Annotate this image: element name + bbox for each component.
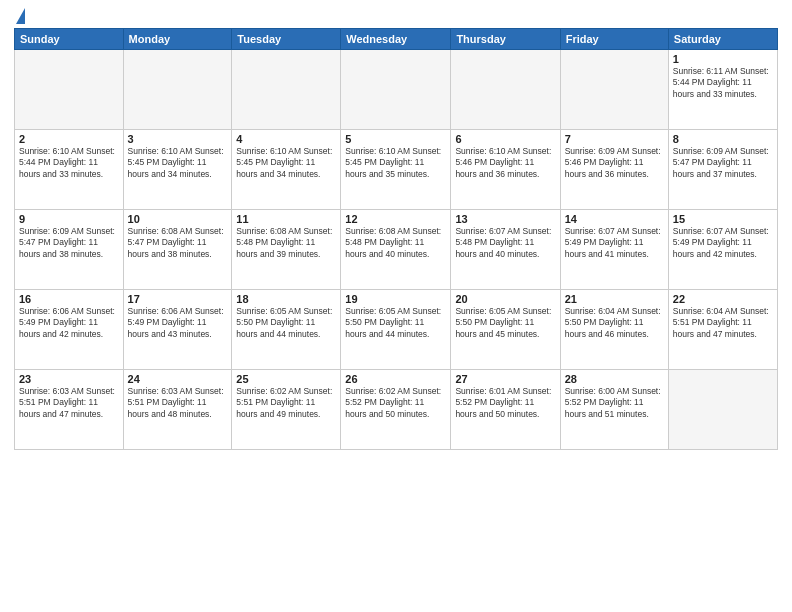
- day-number: 16: [19, 293, 119, 305]
- calendar-cell: [560, 50, 668, 130]
- calendar-cell: 17Sunrise: 6:06 AM Sunset: 5:49 PM Dayli…: [123, 290, 232, 370]
- calendar-cell: 26Sunrise: 6:02 AM Sunset: 5:52 PM Dayli…: [341, 370, 451, 450]
- day-number: 27: [455, 373, 555, 385]
- day-info: Sunrise: 6:03 AM Sunset: 5:51 PM Dayligh…: [128, 386, 228, 420]
- calendar-week-row: 23Sunrise: 6:03 AM Sunset: 5:51 PM Dayli…: [15, 370, 778, 450]
- calendar-cell: 9Sunrise: 6:09 AM Sunset: 5:47 PM Daylig…: [15, 210, 124, 290]
- day-number: 26: [345, 373, 446, 385]
- day-number: 22: [673, 293, 773, 305]
- day-info: Sunrise: 6:08 AM Sunset: 5:48 PM Dayligh…: [236, 226, 336, 260]
- page: SundayMondayTuesdayWednesdayThursdayFrid…: [0, 0, 792, 612]
- calendar-cell: 4Sunrise: 6:10 AM Sunset: 5:45 PM Daylig…: [232, 130, 341, 210]
- day-info: Sunrise: 6:05 AM Sunset: 5:50 PM Dayligh…: [345, 306, 446, 340]
- day-number: 28: [565, 373, 664, 385]
- weekday-header-thursday: Thursday: [451, 29, 560, 50]
- day-info: Sunrise: 6:08 AM Sunset: 5:48 PM Dayligh…: [345, 226, 446, 260]
- calendar-cell: 6Sunrise: 6:10 AM Sunset: 5:46 PM Daylig…: [451, 130, 560, 210]
- calendar-cell: 27Sunrise: 6:01 AM Sunset: 5:52 PM Dayli…: [451, 370, 560, 450]
- calendar-week-row: 1Sunrise: 6:11 AM Sunset: 5:44 PM Daylig…: [15, 50, 778, 130]
- calendar-cell: 21Sunrise: 6:04 AM Sunset: 5:50 PM Dayli…: [560, 290, 668, 370]
- calendar-cell: 14Sunrise: 6:07 AM Sunset: 5:49 PM Dayli…: [560, 210, 668, 290]
- calendar-cell: 22Sunrise: 6:04 AM Sunset: 5:51 PM Dayli…: [668, 290, 777, 370]
- weekday-header-friday: Friday: [560, 29, 668, 50]
- day-info: Sunrise: 6:07 AM Sunset: 5:48 PM Dayligh…: [455, 226, 555, 260]
- calendar-cell: [232, 50, 341, 130]
- day-info: Sunrise: 6:09 AM Sunset: 5:47 PM Dayligh…: [19, 226, 119, 260]
- day-number: 24: [128, 373, 228, 385]
- day-number: 14: [565, 213, 664, 225]
- calendar-cell: 11Sunrise: 6:08 AM Sunset: 5:48 PM Dayli…: [232, 210, 341, 290]
- calendar-cell: [341, 50, 451, 130]
- calendar-cell: 3Sunrise: 6:10 AM Sunset: 5:45 PM Daylig…: [123, 130, 232, 210]
- day-number: 7: [565, 133, 664, 145]
- calendar-cell: [123, 50, 232, 130]
- calendar-week-row: 2Sunrise: 6:10 AM Sunset: 5:44 PM Daylig…: [15, 130, 778, 210]
- day-info: Sunrise: 6:01 AM Sunset: 5:52 PM Dayligh…: [455, 386, 555, 420]
- weekday-header-saturday: Saturday: [668, 29, 777, 50]
- day-info: Sunrise: 6:09 AM Sunset: 5:46 PM Dayligh…: [565, 146, 664, 180]
- day-number: 12: [345, 213, 446, 225]
- calendar-cell: 8Sunrise: 6:09 AM Sunset: 5:47 PM Daylig…: [668, 130, 777, 210]
- day-number: 5: [345, 133, 446, 145]
- day-number: 21: [565, 293, 664, 305]
- day-number: 8: [673, 133, 773, 145]
- calendar-cell: 5Sunrise: 6:10 AM Sunset: 5:45 PM Daylig…: [341, 130, 451, 210]
- calendar-cell: [15, 50, 124, 130]
- calendar-cell: 2Sunrise: 6:10 AM Sunset: 5:44 PM Daylig…: [15, 130, 124, 210]
- day-number: 19: [345, 293, 446, 305]
- weekday-header-monday: Monday: [123, 29, 232, 50]
- day-info: Sunrise: 6:05 AM Sunset: 5:50 PM Dayligh…: [236, 306, 336, 340]
- day-info: Sunrise: 6:04 AM Sunset: 5:50 PM Dayligh…: [565, 306, 664, 340]
- day-info: Sunrise: 6:10 AM Sunset: 5:45 PM Dayligh…: [128, 146, 228, 180]
- calendar-cell: 10Sunrise: 6:08 AM Sunset: 5:47 PM Dayli…: [123, 210, 232, 290]
- calendar-cell: 24Sunrise: 6:03 AM Sunset: 5:51 PM Dayli…: [123, 370, 232, 450]
- day-info: Sunrise: 6:08 AM Sunset: 5:47 PM Dayligh…: [128, 226, 228, 260]
- calendar-cell: 13Sunrise: 6:07 AM Sunset: 5:48 PM Dayli…: [451, 210, 560, 290]
- calendar-cell: 18Sunrise: 6:05 AM Sunset: 5:50 PM Dayli…: [232, 290, 341, 370]
- logo-triangle-icon: [16, 8, 25, 24]
- calendar-cell: 25Sunrise: 6:02 AM Sunset: 5:51 PM Dayli…: [232, 370, 341, 450]
- calendar-cell: 12Sunrise: 6:08 AM Sunset: 5:48 PM Dayli…: [341, 210, 451, 290]
- day-info: Sunrise: 6:02 AM Sunset: 5:52 PM Dayligh…: [345, 386, 446, 420]
- day-number: 4: [236, 133, 336, 145]
- day-info: Sunrise: 6:04 AM Sunset: 5:51 PM Dayligh…: [673, 306, 773, 340]
- day-number: 10: [128, 213, 228, 225]
- calendar-week-row: 16Sunrise: 6:06 AM Sunset: 5:49 PM Dayli…: [15, 290, 778, 370]
- calendar-cell: 19Sunrise: 6:05 AM Sunset: 5:50 PM Dayli…: [341, 290, 451, 370]
- day-number: 25: [236, 373, 336, 385]
- calendar-cell: 16Sunrise: 6:06 AM Sunset: 5:49 PM Dayli…: [15, 290, 124, 370]
- calendar-cell: 1Sunrise: 6:11 AM Sunset: 5:44 PM Daylig…: [668, 50, 777, 130]
- calendar-body: 1Sunrise: 6:11 AM Sunset: 5:44 PM Daylig…: [15, 50, 778, 450]
- day-number: 20: [455, 293, 555, 305]
- day-info: Sunrise: 6:11 AM Sunset: 5:44 PM Dayligh…: [673, 66, 773, 100]
- day-number: 9: [19, 213, 119, 225]
- day-number: 3: [128, 133, 228, 145]
- header: [14, 10, 778, 24]
- day-info: Sunrise: 6:10 AM Sunset: 5:45 PM Dayligh…: [345, 146, 446, 180]
- day-number: 13: [455, 213, 555, 225]
- calendar-cell: [451, 50, 560, 130]
- calendar-week-row: 9Sunrise: 6:09 AM Sunset: 5:47 PM Daylig…: [15, 210, 778, 290]
- day-info: Sunrise: 6:06 AM Sunset: 5:49 PM Dayligh…: [128, 306, 228, 340]
- day-number: 6: [455, 133, 555, 145]
- weekday-header-row: SundayMondayTuesdayWednesdayThursdayFrid…: [15, 29, 778, 50]
- day-info: Sunrise: 6:10 AM Sunset: 5:46 PM Dayligh…: [455, 146, 555, 180]
- calendar-cell: [668, 370, 777, 450]
- day-info: Sunrise: 6:10 AM Sunset: 5:45 PM Dayligh…: [236, 146, 336, 180]
- day-number: 2: [19, 133, 119, 145]
- day-info: Sunrise: 6:05 AM Sunset: 5:50 PM Dayligh…: [455, 306, 555, 340]
- day-info: Sunrise: 6:07 AM Sunset: 5:49 PM Dayligh…: [673, 226, 773, 260]
- calendar-cell: 28Sunrise: 6:00 AM Sunset: 5:52 PM Dayli…: [560, 370, 668, 450]
- day-info: Sunrise: 6:02 AM Sunset: 5:51 PM Dayligh…: [236, 386, 336, 420]
- day-number: 18: [236, 293, 336, 305]
- day-number: 17: [128, 293, 228, 305]
- calendar-cell: 15Sunrise: 6:07 AM Sunset: 5:49 PM Dayli…: [668, 210, 777, 290]
- day-info: Sunrise: 6:09 AM Sunset: 5:47 PM Dayligh…: [673, 146, 773, 180]
- day-info: Sunrise: 6:00 AM Sunset: 5:52 PM Dayligh…: [565, 386, 664, 420]
- day-info: Sunrise: 6:03 AM Sunset: 5:51 PM Dayligh…: [19, 386, 119, 420]
- day-info: Sunrise: 6:10 AM Sunset: 5:44 PM Dayligh…: [19, 146, 119, 180]
- calendar-cell: 23Sunrise: 6:03 AM Sunset: 5:51 PM Dayli…: [15, 370, 124, 450]
- calendar-cell: 20Sunrise: 6:05 AM Sunset: 5:50 PM Dayli…: [451, 290, 560, 370]
- day-number: 11: [236, 213, 336, 225]
- calendar-header: SundayMondayTuesdayWednesdayThursdayFrid…: [15, 29, 778, 50]
